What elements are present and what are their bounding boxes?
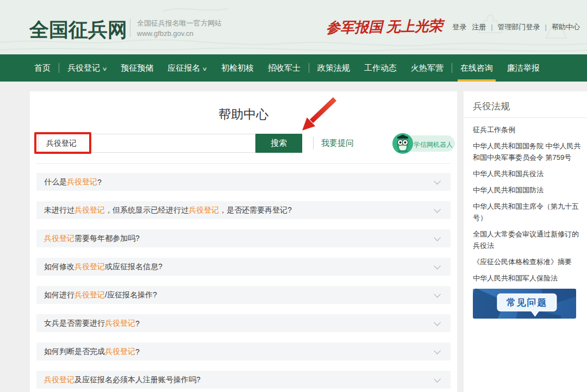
faq-keyword: 兵役登记 — [44, 234, 74, 244]
chevron-down-icon[interactable] — [434, 291, 441, 298]
link-separator: | — [491, 23, 492, 31]
faq-text: ? — [135, 319, 140, 328]
sidebar: 兵役法规 征兵工作条例中华人民共和国国务院 中华人民共和国中央军事委员会令 第7… — [464, 91, 587, 392]
faq-row[interactable]: 未进行过兵役登记，但系统显示已经进行过兵役登记，是否还需要再登记? — [36, 201, 451, 219]
faq-text: 及应征报名必须本人注册账号操作吗? — [74, 375, 201, 385]
top-link[interactable]: 帮助中心 — [552, 23, 580, 31]
top-links: 登录注册|管理部门登录|帮助中心 — [449, 22, 583, 32]
faq-row[interactable]: 如何修改兵役登记或应征报名信息? — [36, 258, 451, 276]
search-button[interactable]: 搜索 — [255, 134, 302, 153]
law-link[interactable]: 《应征公民体格检查标准》摘要 — [473, 256, 584, 267]
faq-row[interactable]: 兵役登记及应征报名必须本人注册账号操作吗? — [36, 371, 451, 389]
faq-row[interactable]: 如何判断是否完成兵役登记? — [36, 343, 451, 360]
faq-banner-bubble: 常见问题 — [497, 293, 557, 311]
law-link[interactable]: 征兵工作条例 — [473, 124, 584, 135]
nav-item[interactable]: 应征报名∨ — [160, 54, 214, 82]
faq-keyword: 兵役登记 — [74, 206, 105, 215]
law-link[interactable]: 全国人大常委会审议通过新修订的兵役法 — [473, 228, 584, 251]
site-subtitle: 全国征兵报名唯一官方网站 www.gfbzb.gov.cn — [137, 18, 222, 39]
chevron-down-icon[interactable] — [434, 178, 441, 185]
faq-keyword: 兵役登记 — [67, 177, 97, 187]
help-center-panel: 帮助中心 搜索 我要提问 学信网机器人 — [30, 91, 457, 392]
law-link[interactable]: 中华人民共和国兵役法 — [473, 168, 584, 179]
logo-divider — [130, 18, 130, 37]
faq-text: ，但系统显示已经进行过 — [105, 206, 189, 215]
faq-text: ? — [135, 347, 140, 356]
subtitle-text: 全国征兵报名唯一官方网站 — [137, 18, 222, 28]
top-link[interactable]: 管理部门登录 — [498, 23, 540, 31]
robot-owl-icon[interactable] — [392, 133, 413, 154]
faq-text: 如何修改 — [44, 262, 74, 272]
faq-text: /应征报名操作? — [105, 290, 157, 300]
faq-keyword: 兵役登记 — [105, 319, 135, 328]
page-title: 帮助中心 — [30, 106, 457, 123]
law-link[interactable]: 中华人民共和国国务院 中华人民共和国中央军事委员会令 第759号 — [473, 140, 584, 163]
faq-list: 什么是兵役登记?未进行过兵役登记，但系统显示已经进行过兵役登记，是否还需要再登记… — [36, 173, 451, 392]
faq-text: 未进行过 — [44, 206, 74, 215]
nav-item[interactable]: 廉洁举报 — [500, 54, 547, 82]
nav-item[interactable]: 预征预储 — [114, 54, 160, 82]
nav-item[interactable]: 首页 — [27, 54, 58, 82]
sidebar-title: 兵役法规 — [464, 91, 587, 113]
nav-item[interactable]: 兵役登记∨ — [60, 54, 114, 82]
ask-question-link[interactable]: 我要提问 — [321, 138, 354, 148]
faq-row[interactable]: 什么是兵役登记? — [36, 173, 451, 191]
nav-divider — [309, 63, 309, 73]
faq-text: 如何判断是否完成 — [44, 347, 105, 357]
law-link[interactable]: 中华人民共和国主席令（第九十五号） — [473, 201, 584, 223]
site-header: 全国征兵网 全国征兵报名唯一官方网站 www.gfbzb.gov.cn 参军报国… — [0, 0, 587, 54]
nav-divider — [59, 63, 59, 73]
chevron-down-icon[interactable] — [434, 234, 441, 241]
faq-row[interactable]: 女兵是否需要进行兵役登记? — [36, 314, 451, 332]
law-list: 征兵工作条例中华人民共和国国务院 中华人民共和国中央军事委员会令 第759号中华… — [464, 118, 587, 284]
slogan-calligraphy: 参军报国 无上光荣 — [326, 16, 443, 38]
faq-keyword: 兵役登记 — [105, 347, 135, 357]
chevron-down-icon[interactable] — [434, 206, 441, 213]
ask-divider — [313, 137, 314, 150]
nav-item[interactable]: 在线咨询 — [453, 54, 500, 82]
nav-item[interactable]: 政策法规 — [310, 54, 357, 82]
site-logo[interactable]: 全国征兵网 — [29, 17, 127, 43]
nav-item[interactable]: 招收军士 — [261, 54, 308, 82]
top-link[interactable]: 登录 — [452, 23, 466, 31]
faq-text: 女兵是否需要进行 — [44, 319, 105, 328]
faq-keyword: 兵役登记 — [74, 290, 105, 300]
faq-row[interactable]: 兵役登记需要每年都参加吗? — [36, 229, 451, 247]
law-link[interactable]: 中华人民共和国国防法 — [473, 184, 584, 196]
faq-text: 需要每年都参加吗? — [74, 234, 140, 244]
nav-item[interactable]: 工作动态 — [357, 54, 404, 82]
site-url: www.gfbzb.gov.cn — [137, 28, 222, 39]
faq-text: 什么是 — [44, 177, 67, 187]
robot-label: 学信网机器人 — [414, 140, 453, 150]
faq-text: 如何进行 — [44, 290, 74, 300]
chevron-down-icon[interactable] — [434, 263, 441, 270]
chevron-down-icon[interactable] — [434, 319, 441, 326]
nav-item[interactable]: 初检初核 — [214, 54, 261, 82]
chevron-down-icon[interactable] — [434, 376, 441, 383]
faq-text: ，是否还需要再登记? — [219, 206, 292, 215]
search-input[interactable] — [38, 134, 255, 153]
main-nav: 首页兵役登记∨预征预储应征报名∨初检初核招收军士政策法规工作动态火热军营在线咨询… — [0, 54, 587, 82]
nav-item[interactable]: 火热军营 — [404, 54, 451, 82]
search-row: 搜索 我要提问 学信网机器人 — [30, 134, 457, 153]
chevron-down-icon[interactable] — [434, 347, 441, 354]
faq-keyword: 兵役登记 — [189, 206, 219, 215]
faq-text: ? — [97, 178, 102, 186]
link-separator: | — [545, 23, 547, 31]
law-link[interactable]: 中华人民共和国军人保险法 — [473, 272, 584, 284]
faq-keyword: 兵役登记 — [44, 375, 74, 385]
faq-keyword: 兵役登记 — [74, 262, 105, 272]
chevron-down-icon: ∨ — [102, 55, 108, 83]
top-link[interactable]: 注册 — [472, 23, 486, 31]
section-divider — [36, 163, 451, 164]
faq-text: 或应征报名信息? — [105, 262, 163, 272]
faq-banner[interactable]: 常见问题 — [473, 289, 576, 319]
chevron-down-icon: ∨ — [202, 55, 208, 83]
nav-divider — [452, 63, 452, 73]
faq-row[interactable]: 如何进行兵役登记/应征报名操作? — [36, 286, 451, 304]
